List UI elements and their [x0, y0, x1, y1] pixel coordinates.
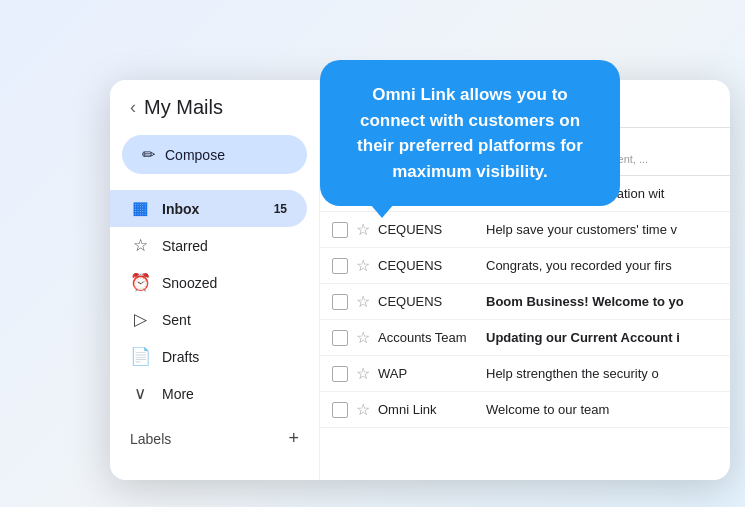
- email-row[interactable]: ☆ Accounts Team Updating our Current Acc…: [320, 320, 730, 356]
- sidebar-item-snoozed[interactable]: ⏰ Snoozed: [110, 264, 307, 301]
- drafts-icon: 📄: [130, 346, 150, 367]
- email-star[interactable]: ☆: [356, 364, 370, 383]
- nav-items-container: ▦ Inbox 15 ☆ Starred ⏰ Snoozed ▷ Sent 📄 …: [110, 190, 319, 412]
- email-subject: Help save your customers' time v: [486, 222, 718, 237]
- compose-icon: ✏: [142, 145, 155, 164]
- email-row[interactable]: ☆ Omni Link Welcome to our team: [320, 392, 730, 428]
- compose-button[interactable]: ✏ Compose: [122, 135, 307, 174]
- drafts-label: Drafts: [162, 349, 199, 365]
- email-subject: Updating our Current Account i: [486, 330, 718, 345]
- sidebar-item-inbox[interactable]: ▦ Inbox 15: [110, 190, 307, 227]
- starred-icon: ☆: [130, 235, 150, 256]
- email-checkbox[interactable]: [332, 258, 348, 274]
- email-sender: Omni Link: [378, 402, 478, 417]
- email-sender: WAP: [378, 366, 478, 381]
- inbox-badge: 15: [274, 202, 287, 216]
- sidebar-item-more[interactable]: ∨ More: [110, 375, 307, 412]
- starred-label: Starred: [162, 238, 208, 254]
- email-row[interactable]: ☆ CEQUENS Boom Business! Welcome to yo: [320, 284, 730, 320]
- email-star[interactable]: ☆: [356, 220, 370, 239]
- snoozed-label: Snoozed: [162, 275, 217, 291]
- email-checkbox[interactable]: [332, 222, 348, 238]
- sidebar-title: My Mails: [144, 96, 223, 119]
- inbox-icon: ▦: [130, 198, 150, 219]
- sidebar-header: ‹ My Mails: [110, 96, 319, 135]
- back-arrow[interactable]: ‹: [130, 97, 136, 118]
- email-sender: CEQUENS: [378, 222, 478, 237]
- sent-icon: ▷: [130, 309, 150, 330]
- email-star[interactable]: ☆: [356, 328, 370, 347]
- sidebar-item-drafts[interactable]: 📄 Drafts: [110, 338, 307, 375]
- more-icon: ∨: [130, 383, 150, 404]
- sidebar-item-sent[interactable]: ▷ Sent: [110, 301, 307, 338]
- labels-section: Labels +: [110, 412, 319, 457]
- email-row[interactable]: ☆ WAP Help strengthen the security o: [320, 356, 730, 392]
- labels-add-button[interactable]: +: [288, 428, 299, 449]
- sent-label: Sent: [162, 312, 191, 328]
- email-list: ☆ CEQUENS Personalize communication wit …: [320, 176, 730, 480]
- email-checkbox[interactable]: [332, 402, 348, 418]
- email-subject: Welcome to our team: [486, 402, 718, 417]
- email-star[interactable]: ☆: [356, 256, 370, 275]
- email-row[interactable]: ☆ CEQUENS Congrats, you recorded your fi…: [320, 248, 730, 284]
- email-star[interactable]: ☆: [356, 292, 370, 311]
- snoozed-icon: ⏰: [130, 272, 150, 293]
- more-label: More: [162, 386, 194, 402]
- email-sender: CEQUENS: [378, 294, 478, 309]
- tooltip-text: Omni Link allows you to connect with cus…: [357, 85, 583, 181]
- email-checkbox[interactable]: [332, 294, 348, 310]
- labels-label: Labels: [130, 431, 171, 447]
- email-subject: Congrats, you recorded your firs: [486, 258, 718, 273]
- email-subject: Boom Business! Welcome to yo: [486, 294, 718, 309]
- sidebar-item-starred[interactable]: ☆ Starred: [110, 227, 307, 264]
- email-sender: Accounts Team: [378, 330, 478, 345]
- email-sender: CEQUENS: [378, 258, 478, 273]
- inbox-label: Inbox: [162, 201, 199, 217]
- sidebar: ‹ My Mails ✏ Compose ▦ Inbox 15 ☆ Starre…: [110, 80, 320, 480]
- email-star[interactable]: ☆: [356, 400, 370, 419]
- email-checkbox[interactable]: [332, 330, 348, 346]
- email-checkbox[interactable]: [332, 366, 348, 382]
- tooltip-bubble: Omni Link allows you to connect with cus…: [320, 60, 620, 206]
- compose-label: Compose: [165, 147, 225, 163]
- email-subject: Help strengthen the security o: [486, 366, 718, 381]
